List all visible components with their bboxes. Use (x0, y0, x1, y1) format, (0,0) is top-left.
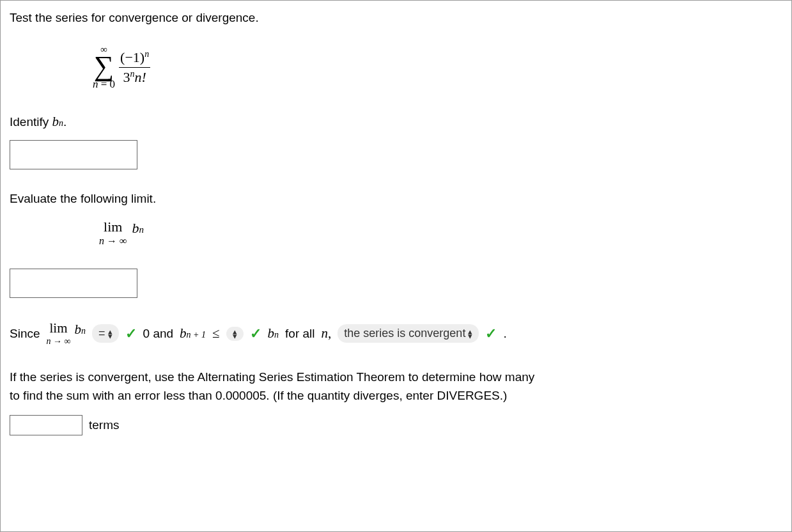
series-expression: ∞ ∑ n = 0 (−1)n 3nn! (93, 44, 785, 91)
lim-text: lim (104, 219, 122, 235)
limit-inline: lim n → ∞ bn (47, 320, 86, 347)
since-statement: Since lim n → ∞ bn = ▴▾ ✓ 0 and bn + 1 ≤… (10, 320, 785, 347)
since-word: Since (10, 327, 40, 341)
n-var: n, (322, 325, 332, 341)
terms-line: terms (10, 415, 785, 435)
chevron-updown-icon: ▴▾ (468, 329, 472, 338)
select-equals[interactable]: = ▴▾ (92, 324, 119, 343)
lim-stack: lim n → ∞ (99, 219, 127, 247)
sigma-symbol: ∑ (94, 55, 114, 78)
fraction: (−1)n 3nn! (119, 49, 150, 86)
sigma-lower: n = 0 (93, 78, 115, 91)
chevron-updown-icon: ▴▾ (233, 329, 237, 338)
lim-subscript: n → ∞ (99, 235, 127, 247)
check-icon: ✓ (125, 325, 137, 342)
denominator: 3nn! (119, 67, 150, 86)
terms-label: terms (89, 418, 120, 432)
select-equals-value: = (98, 327, 105, 340)
limit-expression: lim n → ∞ bn (99, 219, 785, 247)
bn-term-2: bn (268, 325, 279, 341)
sigma-notation: ∞ ∑ n = 0 (93, 44, 115, 91)
select-convergence[interactable]: the series is convergent ▴▾ (338, 324, 479, 343)
limit-input[interactable] (10, 269, 137, 298)
bn-input[interactable] (10, 140, 137, 169)
check-icon: ✓ (485, 325, 497, 342)
identify-label: Identify bn. (10, 114, 785, 130)
terms-input[interactable] (10, 415, 82, 435)
chevron-updown-icon: ▴▾ (108, 329, 113, 338)
zero-and-text: 0 and (143, 327, 174, 341)
select-compare[interactable]: ▴▾ (226, 327, 244, 341)
prompt-text: Test the series for convergence or diver… (10, 11, 785, 25)
check-icon: ✓ (250, 325, 261, 342)
bn-plus-1: bn + 1 (180, 325, 206, 341)
for-all-text: for all (285, 327, 314, 341)
numerator: (−1)n (119, 49, 150, 67)
bn-term: bn (132, 220, 144, 237)
evaluate-label: Evaluate the following limit. (10, 192, 785, 206)
leq-symbol: ≤ (212, 325, 220, 341)
select-convergence-value: the series is convergent (344, 327, 465, 340)
estimation-instructions: If the series is convergent, use the Alt… (10, 368, 785, 405)
question-container: Test the series for convergence or diver… (0, 0, 792, 532)
period: . (503, 327, 506, 341)
